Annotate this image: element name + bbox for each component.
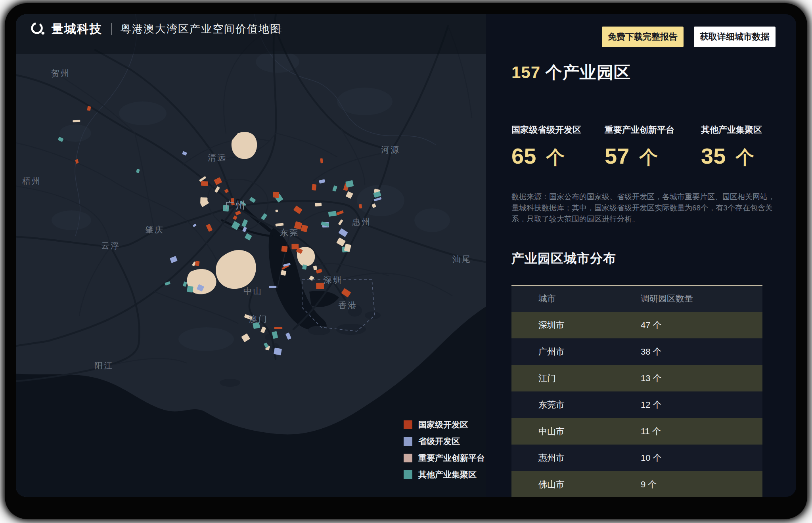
park-polygon xyxy=(274,348,282,355)
table-header-row: 城市调研园区数量 xyxy=(511,286,762,312)
legend-item: 省级开发区 xyxy=(404,436,485,447)
cell-count: 47 个 xyxy=(641,319,762,331)
legend-label: 重要产业创新平台 xyxy=(418,452,485,464)
park-polygon xyxy=(312,184,316,191)
legend-label: 国家级开发区 xyxy=(418,419,468,430)
cell-city: 东莞市 xyxy=(511,399,641,411)
stat-unit: 个 xyxy=(634,147,658,168)
cell-count: 9 个 xyxy=(641,479,762,491)
park-polygon xyxy=(302,264,307,269)
distribution-title: 产业园区城市分布 xyxy=(511,250,776,267)
park-polygon xyxy=(73,120,80,122)
divider xyxy=(511,110,776,110)
stat-value: 65 个 xyxy=(511,143,605,170)
table-row: 东莞市12 个 xyxy=(511,391,762,418)
cell-count: 13 个 xyxy=(641,372,762,384)
city-label: 河源 xyxy=(381,145,400,154)
city-label: 清远 xyxy=(208,153,227,162)
park-polygon xyxy=(200,197,207,204)
cell-city: 佛山市 xyxy=(511,479,641,491)
park-polygon xyxy=(87,106,91,111)
table-row: 广州市38 个 xyxy=(511,338,762,365)
table-row: 深圳市47 个 xyxy=(511,312,762,338)
brand-separator xyxy=(111,23,112,35)
legend-swatch xyxy=(404,454,412,462)
data-source-note: 数据来源：国家公布的国家级、省级开发区，各城市重要片区、园区相关网站，量城科技数… xyxy=(511,191,776,225)
legend-item: 国家级开发区 xyxy=(404,419,485,430)
download-report-button[interactable]: 免费下载完整报告 xyxy=(602,27,684,47)
city-label: 深圳 xyxy=(324,275,343,284)
cell-count: 38 个 xyxy=(641,346,762,358)
stat-value: 35 个 xyxy=(701,143,776,170)
stat-block: 重要产业创新平台57 个 xyxy=(605,124,701,170)
stats-row: 国家级省级开发区65 个重要产业创新平台57 个其他产业集聚区35 个 xyxy=(511,124,776,170)
stat-block: 其他产业集聚区35 个 xyxy=(701,124,776,170)
legend-swatch xyxy=(404,420,412,429)
cell-city: 惠州市 xyxy=(511,452,641,464)
stat-block: 国家级省级开发区65 个 xyxy=(511,124,605,170)
park-polygon xyxy=(291,244,299,249)
park-count-title: 157 个产业园区 xyxy=(511,61,776,84)
city-label: 广州 xyxy=(225,200,246,210)
park-polygon xyxy=(275,210,278,212)
divider xyxy=(511,230,776,230)
stat-number: 35 xyxy=(701,143,726,168)
park-polygon xyxy=(274,327,283,329)
legend-item: 重要产业创新平台 xyxy=(404,452,485,464)
city-label: 梧州 xyxy=(22,176,41,185)
map-pane: 贺州韶关梧州清远河源广州肇庆惠州东莞云浮汕尾中山深圳香港澳门阳江 量城科技 粤港… xyxy=(16,14,486,497)
park-polygon xyxy=(201,181,208,186)
column-header-city: 城市 xyxy=(511,293,641,305)
city-distribution-table: 城市调研园区数量深圳市47 个广州市38 个江门13 个东莞市12 个中山市11… xyxy=(511,285,762,497)
cell-city: 中山市 xyxy=(511,426,641,437)
stat-unit: 个 xyxy=(730,147,754,168)
park-polygon xyxy=(187,286,193,292)
park-polygon xyxy=(269,286,276,288)
city-label: 肇庆 xyxy=(145,225,164,234)
get-city-data-button[interactable]: 获取详细城市数据 xyxy=(694,27,776,47)
legend-swatch xyxy=(404,437,412,446)
city-label: 云浮 xyxy=(101,241,120,250)
map-header: 量城科技 粤港澳大湾区产业空间价值地图 xyxy=(16,14,486,54)
cell-city: 江门 xyxy=(511,372,641,384)
page-title: 粤港澳大湾区产业空间价值地图 xyxy=(121,22,282,36)
stat-number: 65 xyxy=(511,143,536,168)
stat-unit: 个 xyxy=(541,147,565,168)
park-polygon xyxy=(281,246,287,252)
stat-label: 其他产业集聚区 xyxy=(701,124,776,136)
city-label: 中山 xyxy=(243,286,262,296)
cell-city: 广州市 xyxy=(511,346,641,358)
park-count-number: 157 xyxy=(511,63,540,82)
cell-count: 10 个 xyxy=(641,452,762,464)
dashboard-card: 贺州韶关梧州清远河源广州肇庆惠州东莞云浮汕尾中山深圳香港澳门阳江 量城科技 粤港… xyxy=(16,14,796,497)
cell-city: 深圳市 xyxy=(511,319,641,331)
stat-label: 国家级省级开发区 xyxy=(511,124,605,136)
brand: 量城科技 粤港澳大湾区产业空间价值地图 xyxy=(30,21,282,37)
park-polygon xyxy=(195,261,199,266)
cell-count: 12 个 xyxy=(641,399,762,411)
column-header-count: 调研园区数量 xyxy=(641,293,762,305)
cell-count: 11 个 xyxy=(641,426,762,437)
park-polygon xyxy=(313,265,317,270)
city-label: 阳江 xyxy=(94,361,113,370)
city-label: 香港 xyxy=(338,301,357,310)
table-row: 惠州市10 个 xyxy=(511,445,762,471)
park-count-suffix: 个产业园区 xyxy=(540,63,631,82)
table-row: 佛山市9 个 xyxy=(511,471,762,497)
stat-value: 57 个 xyxy=(605,143,701,170)
park-polygon xyxy=(316,283,324,289)
table-row: 江门13 个 xyxy=(511,365,762,391)
legend-swatch xyxy=(404,470,412,479)
stat-number: 57 xyxy=(605,143,629,168)
city-label: 贺州 xyxy=(51,69,70,78)
legend-label: 省级开发区 xyxy=(418,436,460,447)
city-label: 汕尾 xyxy=(452,254,471,263)
city-label: 东莞 xyxy=(280,228,299,237)
legend-label: 其他产业集聚区 xyxy=(418,469,477,480)
park-polygon xyxy=(273,192,280,198)
brand-logo-icon xyxy=(30,21,45,36)
table-row: 中山市11 个 xyxy=(511,418,762,445)
stat-label: 重要产业创新平台 xyxy=(605,124,701,136)
stats-panel: 免费下载完整报告 获取详细城市数据 157 个产业园区 国家级省级开发区65 个… xyxy=(486,14,796,497)
legend-item: 其他产业集聚区 xyxy=(404,469,485,480)
